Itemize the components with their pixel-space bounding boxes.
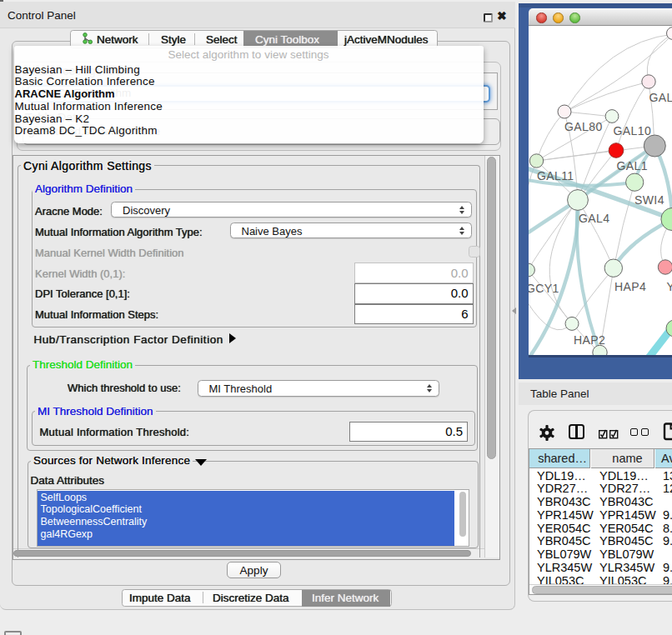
svg-text:GAL2: GAL2 [649,91,672,104]
svg-text:HAP2: HAP2 [574,333,605,347]
svg-text:GAL1: GAL1 [617,159,648,172]
svg-text:GAL4: GAL4 [579,212,609,225]
svg-text:GCY1: GCY1 [529,282,559,295]
svg-text:GAL11: GAL11 [537,169,574,182]
svg-text:YD: YD [667,280,672,293]
svg-text:GAL80: GAL80 [564,120,603,133]
svg-text:SWI4: SWI4 [634,193,664,207]
svg-text:HAP4: HAP4 [614,280,646,293]
svg-text:GAL10: GAL10 [614,124,652,138]
